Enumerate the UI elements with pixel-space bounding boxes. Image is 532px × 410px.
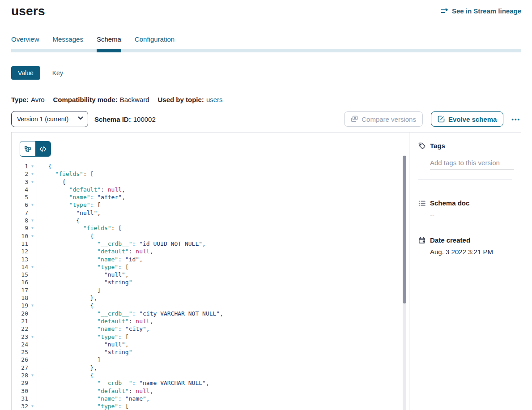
key-toggle-link[interactable]: Key: [52, 69, 63, 77]
more-options-button[interactable]: •••: [511, 114, 521, 124]
value-toggle-button[interactable]: Value: [11, 66, 40, 80]
code-line: 25 "string": [12, 348, 409, 356]
used-by-topic-field: Used by topic:users: [158, 96, 223, 103]
topic-link[interactable]: users: [206, 96, 223, 103]
code-line: 5 "name": "after",: [12, 193, 409, 201]
line-number: 9: [12, 224, 28, 232]
fold-gutter: [28, 395, 37, 402]
code-line: 2▼ "fields": [: [12, 170, 409, 178]
line-number: 7: [12, 209, 28, 217]
fold-gutter: [28, 294, 37, 302]
fold-arrow-icon[interactable]: ▼: [28, 162, 37, 170]
code-line: 23▼ "type": [: [12, 333, 409, 341]
code-text: "fields": [: [37, 170, 409, 178]
code-text: "type": [: [37, 201, 409, 209]
line-number: 5: [12, 193, 28, 201]
code-text: "__crdb__": "id UUID NOT NULL",: [37, 240, 409, 248]
tree-icon: [24, 145, 31, 153]
edit-icon: [438, 115, 445, 123]
code-text: "type": [: [37, 402, 409, 410]
code-text: "null",: [37, 341, 409, 348]
evolve-schema-button[interactable]: Evolve schema: [431, 111, 503, 127]
code-text: {: [37, 178, 409, 186]
fold-arrow-icon[interactable]: ▼: [28, 302, 37, 309]
code-text: {: [37, 232, 409, 240]
line-number: 26: [12, 356, 28, 363]
line-number: 4: [12, 186, 28, 193]
code-text: "fields": [: [37, 224, 409, 232]
code-text: "string": [37, 278, 409, 286]
code-editor: 1▼ {2▼ "fields": [3▼ {4 "default": null,…: [12, 162, 409, 410]
code-text: "name": "name",: [37, 395, 409, 402]
schema-doc-title: Schema doc: [430, 199, 469, 207]
tab-schema[interactable]: Schema: [97, 35, 121, 49]
fold-arrow-icon[interactable]: ▼: [28, 170, 37, 178]
tab-bar: Overview Messages Schema Configuration: [11, 35, 521, 52]
version-select[interactable]: Version 1 (current): [11, 111, 88, 127]
code-line: 7 "null",: [12, 209, 409, 217]
fold-arrow-icon[interactable]: ▼: [28, 263, 37, 271]
code-line: 10▼ {: [12, 232, 409, 240]
code-line: 18 },: [12, 294, 409, 302]
compatibility-field: Compatibility mode:Backward: [53, 96, 149, 103]
code-text: "__crdb__": "name VARCHAR NULL",: [37, 379, 409, 387]
line-number: 14: [12, 263, 28, 271]
fold-gutter: [28, 348, 37, 356]
line-number: 16: [12, 278, 28, 286]
date-created-title: Date created: [430, 236, 470, 244]
tree-view-button[interactable]: [20, 141, 35, 156]
code-line: 20 "__crdb__": "city VARCHAR NOT NULL",: [12, 310, 409, 317]
code-text: ]: [37, 286, 409, 294]
view-mode-toggle: [20, 141, 51, 157]
compare-versions-button[interactable]: Compare versions: [344, 111, 423, 127]
fold-gutter: [28, 341, 37, 348]
page-header: users See in Stream lineage: [11, 4, 521, 19]
fold-arrow-icon[interactable]: ▼: [28, 372, 37, 379]
code-line: 28▼ {: [12, 372, 409, 379]
code-text: },: [37, 294, 409, 302]
line-number: 25: [12, 348, 28, 356]
fold-arrow-icon[interactable]: ▼: [28, 217, 37, 224]
line-number: 17: [12, 286, 28, 294]
page-title: users: [11, 4, 45, 19]
code-text: "type": [: [37, 333, 409, 341]
line-number: 12: [12, 248, 28, 255]
fold-gutter: [28, 271, 37, 278]
compare-versions-icon: [351, 115, 358, 123]
line-number: 3: [12, 178, 28, 186]
sidebar-divider: [418, 179, 512, 180]
tab-messages[interactable]: Messages: [53, 35, 83, 49]
schema-id-field: Schema ID:100002: [94, 115, 156, 123]
editor-scrollbar[interactable]: [403, 155, 406, 410]
tab-overview[interactable]: Overview: [11, 35, 39, 49]
stream-lineage-link[interactable]: See in Stream lineage: [441, 7, 521, 15]
line-number: 6: [12, 201, 28, 209]
code-line: 14▼ "type": [: [12, 263, 409, 271]
fold-arrow-icon[interactable]: ▼: [28, 201, 37, 209]
schema-meta-row: Type:Avro Compatibility mode:Backward Us…: [11, 96, 521, 103]
fold-arrow-icon[interactable]: ▼: [28, 224, 37, 232]
fold-arrow-icon[interactable]: ▼: [28, 178, 37, 186]
fold-arrow-icon[interactable]: ▼: [28, 232, 37, 240]
add-tags-input[interactable]: [430, 159, 514, 170]
code-line: 31 "name": "name",: [12, 395, 409, 402]
line-number: 18: [12, 294, 28, 302]
code-view-button[interactable]: [35, 141, 51, 156]
line-number: 19: [12, 302, 28, 309]
code-line: 19▼ {: [12, 302, 409, 309]
fold-gutter: [28, 278, 37, 286]
scrollbar-thumb[interactable]: [403, 156, 406, 303]
code-text: ]: [37, 356, 409, 363]
tab-configuration[interactable]: Configuration: [135, 35, 174, 49]
code-text: "name": "id",: [37, 256, 409, 263]
fold-arrow-icon[interactable]: ▼: [28, 333, 37, 341]
line-number: 22: [12, 325, 28, 333]
code-line: 11 "__crdb__": "id UUID NOT NULL",: [12, 240, 409, 248]
code-line: 3▼ {: [12, 178, 409, 186]
code-line: 24 "null",: [12, 341, 409, 348]
fold-gutter: [28, 356, 37, 363]
code-text: "name": "city",: [37, 325, 409, 333]
fold-arrow-icon[interactable]: ▼: [28, 402, 37, 410]
code-text: "default": null,: [37, 186, 409, 193]
fold-gutter: [28, 379, 37, 387]
